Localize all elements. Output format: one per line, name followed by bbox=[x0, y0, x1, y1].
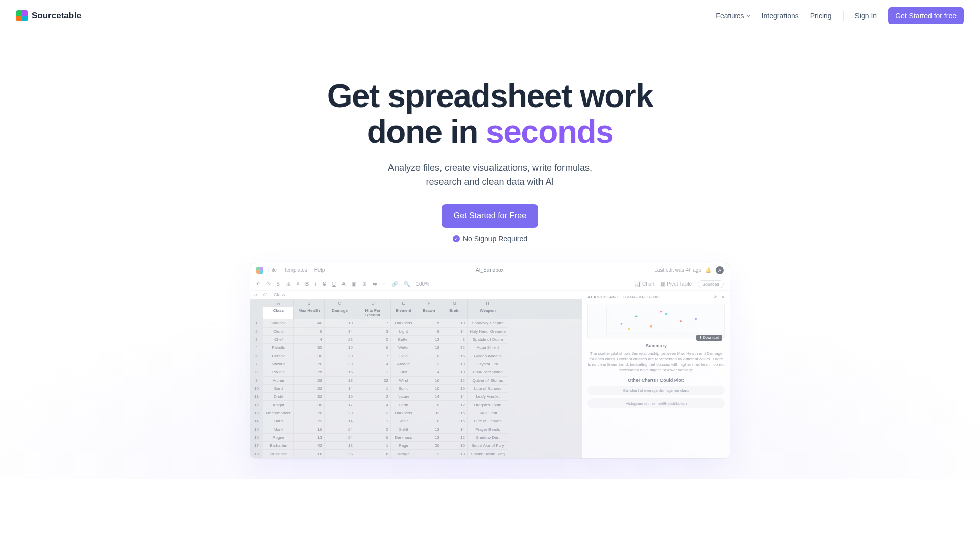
cell[interactable]: Cleric bbox=[263, 328, 294, 336]
cell[interactable]: 7 bbox=[355, 352, 391, 360]
header-cell[interactable]: Brain bbox=[442, 307, 468, 319]
cell[interactable]: 7 bbox=[250, 360, 263, 368]
cell[interactable]: 14 bbox=[442, 393, 468, 401]
cell[interactable]: 16 bbox=[250, 434, 263, 442]
cell[interactable]: Dragon's Tooth bbox=[468, 401, 508, 409]
cell[interactable]: Shadow Dart bbox=[468, 434, 508, 442]
cell[interactable]: Bard bbox=[263, 385, 294, 393]
cell[interactable]: 17 bbox=[325, 401, 355, 409]
hero-cta-button[interactable]: Get Started for Free bbox=[442, 204, 538, 228]
cell[interactable]: 16 bbox=[442, 352, 468, 360]
cell[interactable]: 20 bbox=[294, 360, 325, 368]
cell[interactable]: Fluff bbox=[391, 368, 416, 377]
cell[interactable]: 2 bbox=[250, 328, 263, 336]
cell[interactable]: 6 bbox=[355, 434, 391, 442]
cell[interactable]: Wind bbox=[391, 377, 416, 385]
close-icon[interactable]: ✕ bbox=[721, 295, 725, 299]
cell[interactable]: 3 bbox=[250, 336, 263, 344]
cell[interactable]: 23 bbox=[325, 409, 355, 417]
cell[interactable]: Spirit bbox=[391, 425, 416, 434]
cell[interactable]: 4 bbox=[355, 360, 391, 368]
cell[interactable]: 13 bbox=[325, 442, 355, 450]
cell[interactable]: 10 bbox=[442, 442, 468, 450]
link-icon[interactable]: 🔗 bbox=[391, 281, 398, 287]
cell[interactable]: Nature bbox=[391, 393, 416, 401]
sources-button[interactable]: Sources bbox=[698, 280, 724, 288]
cell[interactable]: 23 bbox=[325, 336, 355, 344]
cell[interactable]: 20 bbox=[416, 442, 442, 450]
cell[interactable]: 18 bbox=[250, 450, 263, 458]
cell[interactable]: 11 bbox=[250, 393, 263, 401]
cell[interactable]: 8 bbox=[416, 328, 442, 336]
cell[interactable]: 5 bbox=[250, 352, 263, 360]
cell[interactable]: 12 bbox=[416, 425, 442, 434]
percent-icon[interactable]: % bbox=[286, 281, 290, 287]
cell[interactable]: Warlock bbox=[263, 319, 294, 328]
cell[interactable]: Darkness bbox=[391, 409, 416, 417]
cell[interactable]: 12 bbox=[416, 336, 442, 344]
cell[interactable]: 17 bbox=[250, 442, 263, 450]
cell[interactable]: 12 bbox=[442, 401, 468, 409]
search-icon[interactable]: 🔍 bbox=[404, 281, 410, 287]
cell[interactable]: 14 bbox=[325, 417, 355, 425]
cell[interactable]: 14 bbox=[325, 385, 355, 393]
cell[interactable]: 10 bbox=[416, 352, 442, 360]
pivot-button[interactable]: ▦ Pivot Table bbox=[660, 281, 692, 287]
cell[interactable]: Light bbox=[391, 328, 416, 336]
cell[interactable]: 32 bbox=[294, 393, 325, 401]
column-header[interactable]: D bbox=[355, 299, 391, 307]
cell[interactable]: Rogue bbox=[263, 434, 294, 442]
cell[interactable]: 30 bbox=[294, 352, 325, 360]
cell[interactable]: 16 bbox=[294, 450, 325, 458]
fill-icon[interactable]: ▣ bbox=[352, 281, 356, 287]
cell[interactable]: Shadowy Sceptre bbox=[468, 319, 508, 328]
header-cta-button[interactable]: Get Started for free bbox=[888, 7, 964, 24]
cell[interactable]: Coin bbox=[391, 352, 416, 360]
cell[interactable]: 33 bbox=[325, 360, 355, 368]
cell[interactable]: Sonic bbox=[391, 417, 416, 425]
cell[interactable]: Rage bbox=[391, 442, 416, 450]
cell[interactable]: Bard bbox=[263, 417, 294, 425]
cell[interactable]: 12 bbox=[250, 401, 263, 409]
italic-icon[interactable]: I bbox=[315, 281, 316, 287]
column-header[interactable] bbox=[250, 299, 263, 307]
cell[interactable]: 22 bbox=[294, 385, 325, 393]
cell[interactable]: Corsair bbox=[263, 352, 294, 360]
cell[interactable]: 34 bbox=[325, 328, 355, 336]
cell[interactable]: 8 bbox=[442, 336, 468, 344]
cell[interactable]: Skull Staff bbox=[468, 409, 508, 417]
cell[interactable]: 14 bbox=[416, 368, 442, 377]
cell[interactable]: 9 bbox=[250, 377, 263, 385]
redo-icon[interactable]: ↷ bbox=[266, 281, 271, 287]
cell[interactable]: 5 bbox=[355, 425, 391, 434]
nav-signin[interactable]: Sign In bbox=[855, 12, 877, 20]
cell[interactable]: 10 bbox=[416, 385, 442, 393]
cell[interactable]: Knight bbox=[263, 401, 294, 409]
cell[interactable]: 42 bbox=[294, 442, 325, 450]
refresh-icon[interactable]: ⟳ bbox=[714, 295, 717, 299]
cell[interactable]: Quiver of Storms bbox=[468, 377, 508, 385]
cell[interactable]: Smoke Bomb Ring bbox=[468, 450, 508, 458]
cell[interactable]: 20 bbox=[325, 352, 355, 360]
cell[interactable]: 2 bbox=[355, 409, 391, 417]
cell[interactable]: 18 bbox=[325, 377, 355, 385]
cell[interactable]: Holy Hand Grenade bbox=[468, 328, 508, 336]
cell[interactable]: 14 bbox=[442, 425, 468, 434]
header-cell[interactable]: Class bbox=[263, 307, 294, 319]
cell[interactable]: 10 bbox=[442, 319, 468, 328]
cell[interactable]: 18 bbox=[442, 360, 468, 368]
cell[interactable]: 32 bbox=[442, 344, 468, 352]
column-header[interactable]: G bbox=[442, 299, 468, 307]
ai-model-label[interactable]: LLAMA-3M-CR-0802 bbox=[623, 295, 661, 299]
cell[interactable]: 4 bbox=[355, 401, 391, 409]
cell[interactable]: 5 bbox=[355, 336, 391, 344]
cell[interactable]: 18 bbox=[416, 401, 442, 409]
cell[interactable]: 10 bbox=[416, 417, 442, 425]
cell[interactable]: Necromancer bbox=[263, 409, 294, 417]
cell[interactable]: 10 bbox=[325, 319, 355, 328]
underline-icon[interactable]: U bbox=[332, 281, 336, 287]
cell[interactable]: 13 bbox=[294, 434, 325, 442]
cell[interactable]: 18 bbox=[442, 450, 468, 458]
cell[interactable]: Butter bbox=[391, 336, 416, 344]
header-cell[interactable]: Brawn bbox=[416, 307, 442, 319]
